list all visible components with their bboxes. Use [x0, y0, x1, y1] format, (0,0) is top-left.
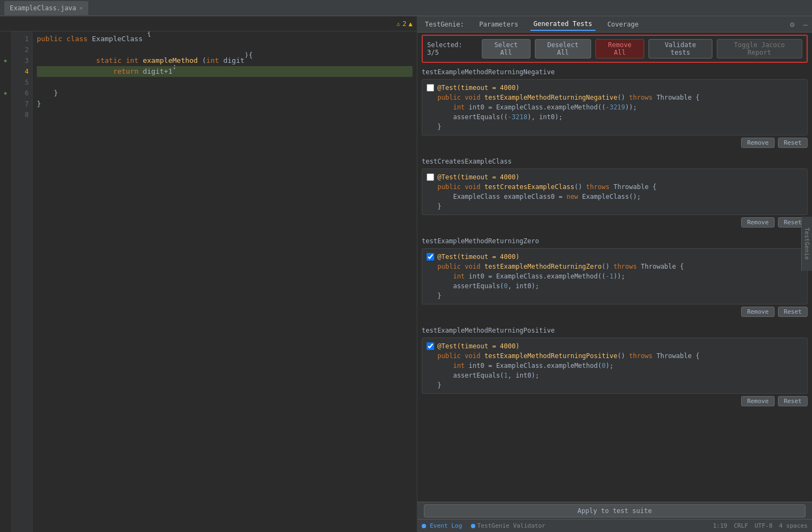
warning-icon: ⚠ [396, 20, 400, 28]
test-item-4: testExampleMethodReturningPositive @Test… [422, 326, 808, 406]
test-item-1: testExampleMethodReturningNegative @Test… [422, 67, 808, 148]
remove-all-button[interactable]: Remove All [595, 39, 644, 59]
test-code-3: @Test(timeout = 4000) public void testEx… [437, 252, 803, 301]
test-code-block-1: @Test(timeout = 4000) public void testEx… [422, 79, 808, 135]
gutter-line-3[interactable]: ◆ [0, 55, 11, 66]
line-num-7: 7 [14, 99, 29, 109]
line-num-4: 4 [14, 66, 29, 77]
warning-badge: ⚠ 2 ▲ [396, 20, 412, 28]
editor-body: ◆ ◆ 1 2 3 4 5 6 7 8 public clas [0, 31, 417, 532]
line-num-3: 3 [14, 55, 29, 66]
gutter-line-4 [0, 66, 11, 77]
event-log-dot [422, 524, 426, 528]
deselect-all-button[interactable]: Deselect All [535, 39, 591, 59]
cursor-position: 1:19 [713, 522, 728, 529]
testgenie-validator-link[interactable]: TestGenie Validator [471, 522, 546, 529]
remove-test-2-button[interactable]: Remove [741, 217, 775, 228]
event-log-label: Event Log [430, 522, 462, 529]
test-actions-4: Remove Reset [422, 396, 808, 406]
test-name-4: testExampleMethodReturningPositive [422, 326, 808, 335]
warning-count: 2 [403, 20, 407, 28]
test-code-1: @Test(timeout = 4000) public void testEx… [437, 83, 803, 132]
gutter-area: ◆ ◆ [0, 31, 11, 532]
test-checkbox-4[interactable] [427, 342, 434, 350]
testgenie-nav: TestGenie: Parameters Generated Tests Co… [417, 16, 812, 33]
expand-icon[interactable]: ▲ [409, 20, 412, 28]
test-code-block-4: @Test(timeout = 4000) public void testEx… [422, 338, 808, 394]
test-code-4: @Test(timeout = 4000) public void testEx… [437, 341, 803, 390]
code-line-1: public class ExampleClass { [37, 34, 412, 44]
test-item-3: testExampleMethodReturningZero @Test(tim… [422, 236, 808, 317]
right-panel: TestGenie: Parameters Generated Tests Co… [417, 16, 812, 532]
toggle-jacoco-button[interactable]: Toggle Jacoco Report [717, 39, 802, 59]
line-num-5: 5 [14, 77, 29, 88]
encoding: UTF-8 [755, 522, 772, 529]
test-actions-2: Remove Reset [422, 217, 808, 228]
minimize-icon[interactable]: — [803, 20, 808, 29]
test-checkbox-2[interactable] [427, 173, 434, 181]
apply-to-test-suite-button[interactable]: Apply to test suite [424, 504, 806, 517]
bottom-bar: Apply to test suite [417, 502, 812, 519]
test-name-2: testCreatesExampleClass [422, 157, 808, 166]
reset-test-1-button[interactable]: Reset [778, 138, 808, 148]
event-log-link[interactable]: Event Log [422, 522, 462, 529]
test-item-2: testCreatesExampleClass @Test(timeout = … [422, 157, 808, 228]
gutter-line-7 [0, 99, 11, 109]
line-num-6: 6 [14, 88, 29, 99]
nav-coverage[interactable]: Coverage [604, 18, 642, 30]
code-area[interactable]: public class ExampleClass { static int e… [32, 31, 417, 532]
nav-testgenie: TestGenie: [422, 18, 467, 30]
tab-bar: ExampleClass.java ✕ [0, 0, 812, 16]
remove-test-1-button[interactable]: Remove [741, 138, 775, 148]
test-list: testExampleMethodReturningNegative @Test… [417, 65, 812, 502]
test-code-block-2: @Test(timeout = 4000) public void testCr… [422, 168, 808, 215]
status-bar: Event Log TestGenie Validator 1:19 CRLF … [417, 519, 812, 532]
genie-dot [471, 524, 475, 528]
line-numbers: 1 2 3 4 5 6 7 8 [11, 31, 32, 532]
remove-test-3-button[interactable]: Remove [741, 307, 775, 317]
code-line-7: } [37, 99, 412, 109]
line-num-8: 8 [14, 109, 29, 120]
close-tab-icon[interactable]: ✕ [80, 5, 83, 11]
settings-icon[interactable]: ⚙ [790, 20, 794, 29]
line-separator: CRLF [734, 522, 748, 529]
editor-header: ⚠ 2 ▲ [0, 16, 417, 31]
remove-test-4-button[interactable]: Remove [741, 396, 775, 406]
select-all-button[interactable]: Select All [482, 39, 531, 59]
test-code-block-3: @Test(timeout = 4000) public void testEx… [422, 248, 808, 304]
main-content: ⚠ 2 ▲ ◆ ◆ 1 2 3 4 5 [0, 16, 812, 532]
test-actions-3: Remove Reset [422, 307, 808, 317]
nav-generated-tests[interactable]: Generated Tests [531, 18, 595, 31]
gutter-line-8 [0, 109, 11, 120]
indent-info: 4 spaces [779, 522, 808, 529]
test-checkbox-3[interactable] [427, 253, 434, 261]
gutter-line-1 [0, 34, 11, 44]
code-line-4: return digit+1; [37, 66, 412, 77]
test-name-1: testExampleMethodReturningNegative [422, 67, 808, 77]
testgenie-side-label[interactable]: TestGenie [801, 217, 812, 271]
reset-test-3-button[interactable]: Reset [778, 307, 808, 317]
line-num-1: 1 [14, 34, 29, 44]
status-position-group: 1:19 CRLF UTF-8 4 spaces [713, 522, 808, 529]
editor-area: ⚠ 2 ▲ ◆ ◆ 1 2 3 4 5 [0, 16, 417, 532]
selected-count: Selected: 3/5 [427, 41, 475, 56]
line-num-2: 2 [14, 44, 29, 55]
gutter-line-2 [0, 44, 11, 55]
gutter-line-6[interactable]: ◆ [0, 88, 11, 99]
code-line-8 [37, 109, 412, 120]
toolbar: Selected: 3/5 Select All Deselect All Re… [422, 35, 808, 63]
gutter-line-5 [0, 77, 11, 88]
validate-tests-button[interactable]: Validate tests [649, 39, 712, 59]
file-tab[interactable]: ExampleClass.java ✕ [4, 1, 88, 15]
nav-parameters[interactable]: Parameters [476, 18, 521, 30]
test-actions-1: Remove Reset [422, 138, 808, 148]
test-checkbox-1[interactable] [427, 84, 434, 92]
code-line-6: } [37, 88, 412, 99]
reset-test-4-button[interactable]: Reset [778, 396, 808, 406]
test-code-2: @Test(timeout = 4000) public void testCr… [437, 172, 803, 211]
test-name-3: testExampleMethodReturningZero [422, 236, 808, 246]
file-tab-label: ExampleClass.java [10, 4, 76, 12]
genie-validator-label: TestGenie Validator [477, 522, 546, 529]
